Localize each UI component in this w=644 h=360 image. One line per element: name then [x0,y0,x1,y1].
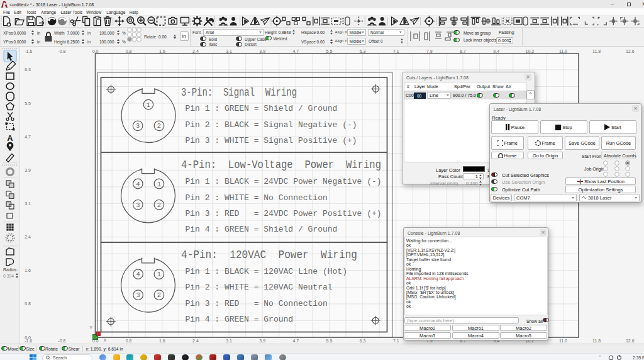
svg-text:11.0: 11.0 [559,49,567,53]
svg-text:-0.8: -0.8 [58,339,65,343]
svg-text:12.6: 12.6 [626,339,635,343]
svg-text:Pin 1 : GREEN = Shield / Groun: Pin 1 : GREEN = Shield / Ground [186,104,338,113]
svg-text:Pin 2 : BLACK = Signal Negativ: Pin 2 : BLACK = Signal Negative (-) [186,120,357,130]
svg-text:5.5: 5.5 [326,339,333,343]
svg-text:0.0: 0.0 [92,49,99,53]
svg-text:3: 3 [136,291,140,299]
svg-text:11.8: 11.8 [592,339,601,343]
svg-text:0.8: 0.8 [126,49,132,53]
svg-text:11.0: 11.0 [559,339,567,343]
svg-text:3.1: 3.1 [25,201,31,206]
svg-text:4.7: 4.7 [292,339,299,343]
svg-text:2: 2 [157,291,161,299]
svg-text:Pin 3 : RED = 24VDC Power Po: Pin 3 : RED = 24VDC Power Positive (+) [186,209,382,218]
svg-text:4.7: 4.7 [292,49,299,53]
svg-text:A: A [7,133,13,143]
svg-text:Pin 1 : BLACK = 24VDC Power Ne: Pin 1 : BLACK = 24VDC Power Negative (-) [186,177,382,186]
svg-text:6.3: 6.3 [25,67,31,72]
svg-text:Pin 2 : WHITE = 120VAC Neutral: Pin 2 : WHITE = 120VAC Neutral [186,283,333,292]
svg-text:3.9: 3.9 [259,49,265,53]
svg-text:X: X [104,338,107,342]
svg-text:5.5: 5.5 [25,101,31,106]
svg-text:Pin 1 : BLACK = 120VAC Line (H: Pin 1 : BLACK = 120VAC Line (Hot) [186,267,347,276]
svg-text:4: 4 [136,181,140,188]
svg-text:3.1: 3.1 [226,339,232,343]
svg-text:12.6: 12.6 [626,49,635,53]
svg-text:Y: Y [89,325,92,330]
svg-text:1: 1 [157,181,161,188]
svg-text:0.8: 0.8 [25,301,31,306]
svg-text:3.9: 3.9 [259,339,265,343]
svg-text:Pin 3 : RED = No Connection: Pin 3 : RED = No Connection [186,299,328,308]
svg-text:9.4: 9.4 [493,49,499,53]
svg-text:3.1: 3.1 [226,49,232,53]
svg-text:7.1: 7.1 [393,339,399,343]
svg-text:Pin 4 : GREEN = Ground: Pin 4 : GREEN = Ground [186,315,294,324]
svg-text:8.7: 8.7 [460,49,466,53]
svg-text:1.6: 1.6 [159,339,165,343]
svg-text:Pin 2 : WHITE = No Connection: Pin 2 : WHITE = No Connection [186,193,328,203]
svg-text:1.6: 1.6 [25,268,31,273]
svg-text:6.3: 6.3 [360,339,366,343]
svg-text:4-Pin: 120VAC Power Wiring: 4-Pin: 120VAC Power Wiring [181,249,357,261]
svg-text:11.8: 11.8 [592,49,601,53]
svg-text:7.9: 7.9 [426,49,433,53]
svg-text:0.0: 0.0 [25,335,31,340]
svg-text:4: 4 [136,271,140,278]
svg-text:2.4: 2.4 [192,339,199,343]
svg-text:7.1: 7.1 [393,49,399,53]
svg-text:2.4: 2.4 [25,235,31,239]
svg-text:2: 2 [157,122,161,130]
svg-text:10.2: 10.2 [526,49,535,53]
svg-text:3.9: 3.9 [25,168,31,172]
svg-text:1: 1 [147,101,150,109]
svg-text:3-Pin: Signal Wiring: 3-Pin: Signal Wiring [181,86,297,99]
svg-text:1.6: 1.6 [159,49,165,53]
svg-text:3: 3 [136,201,140,209]
svg-text:4-Pin: Low-Voltage Power Wi: 4-Pin: Low-Voltage Power Wiring [181,159,381,171]
svg-text:-0.8: -0.8 [58,49,65,53]
svg-text:5.5: 5.5 [326,49,333,53]
svg-text:2.4: 2.4 [192,49,199,53]
svg-text:6.3: 6.3 [360,49,366,53]
svg-text:-1.6: -1.6 [25,49,32,53]
svg-text:2: 2 [157,201,161,209]
svg-text:0.8: 0.8 [126,339,132,343]
svg-text:3: 3 [136,122,140,130]
svg-text:1: 1 [157,271,161,278]
svg-text:Pin 3 : WHITE = Signal Positiv: Pin 3 : WHITE = Signal Positive (+) [186,136,357,145]
svg-text:4.7: 4.7 [25,135,31,139]
svg-text:Pin 4 : GREEN = Shield / Groun: Pin 4 : GREEN = Shield / Ground [186,225,338,234]
